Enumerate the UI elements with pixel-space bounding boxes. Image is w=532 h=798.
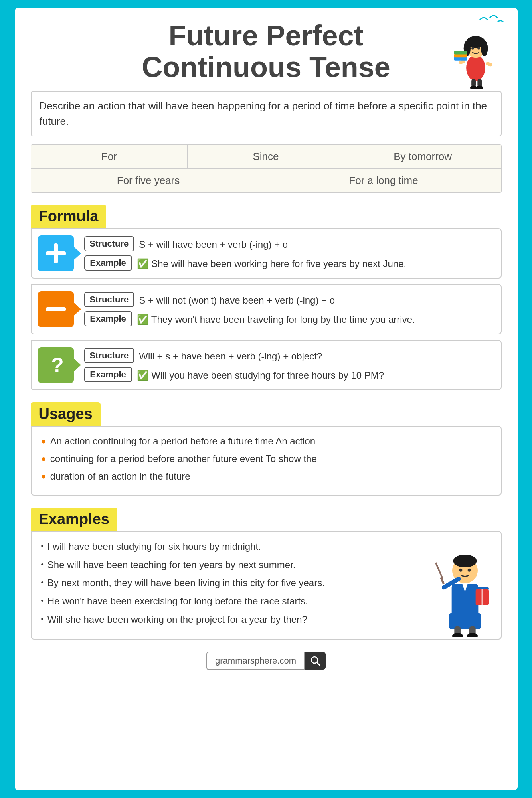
question-example-text: ✅ Will you have been studying for three … — [137, 367, 384, 382]
example-item-3: • By next month, they will have been liv… — [41, 576, 491, 590]
time-words-grid: For Since By tomorrow For five years For… — [31, 144, 502, 193]
positive-example-label: Example — [84, 255, 132, 271]
positive-formula-content: Structure S + will have been + verb (-in… — [84, 236, 494, 271]
svg-point-24 — [467, 569, 471, 572]
check-icon-q: ✅ — [137, 370, 152, 381]
svg-point-10 — [476, 86, 483, 90]
example-text-3: By next month, they will have been livin… — [47, 576, 325, 590]
check-icon: ✅ — [137, 258, 152, 269]
bullet-4: • — [41, 596, 44, 606]
examples-section: Examples • I will have been studying for… — [31, 508, 502, 640]
negative-example-row: Example ✅ They won't have been traveling… — [84, 311, 494, 326]
negative-formula-content: Structure S + will not (won't) have been… — [84, 292, 494, 326]
time-word-long-time: For a long time — [266, 169, 501, 192]
formula-section: Formula Structure S + will have been + v… — [31, 205, 502, 390]
title-area: Future Perfect Continuous Tense — [31, 20, 502, 83]
svg-point-0 — [466, 55, 485, 81]
negative-structure-text: S + will not (won't) have been + verb (-… — [139, 292, 335, 307]
positive-example-text: ✅ She will have been working here for fi… — [137, 255, 407, 271]
usage-item-1: ● An action continuing for a period befo… — [41, 435, 491, 448]
svg-point-33 — [452, 633, 463, 637]
footer: grammarsphere.com — [31, 652, 502, 670]
usage-dot-2: ● — [41, 453, 46, 465]
svg-point-22 — [453, 555, 477, 567]
usage-item-2: ● continuing for a period before another… — [41, 452, 491, 466]
question-formula-block: ? Structure Will + s + have been + verb … — [31, 340, 502, 390]
example-text-4: He won't have been exercising for long b… — [47, 595, 308, 608]
time-word-for: For — [31, 145, 188, 168]
positive-structure-label: Structure — [84, 236, 134, 251]
bullet-5: • — [41, 614, 44, 624]
example-item-5: • Will she have been working on the proj… — [41, 613, 491, 626]
svg-rect-13 — [454, 57, 467, 61]
svg-rect-17 — [46, 251, 66, 255]
positive-example-row: Example ✅ She will have been working her… — [84, 255, 494, 271]
svg-rect-15 — [454, 51, 467, 55]
positive-structure-row: Structure S + will have been + verb (-in… — [84, 236, 494, 251]
svg-rect-14 — [454, 54, 467, 58]
time-word-since: Since — [188, 145, 344, 168]
bullet-2: • — [41, 560, 44, 570]
svg-rect-30 — [449, 613, 481, 629]
positive-icon — [38, 235, 74, 271]
negative-formula-block: Structure S + will not (won't) have been… — [31, 284, 502, 334]
usage-text-2: continuing for a period before another f… — [50, 452, 317, 466]
negative-example-label: Example — [84, 311, 132, 326]
positive-formula-block: Structure S + will have been + verb (-in… — [31, 228, 502, 279]
svg-point-4 — [481, 41, 487, 56]
time-word-five-years: For five years — [31, 169, 266, 192]
usage-dot-1: ● — [41, 435, 46, 448]
examples-heading: Examples — [31, 508, 117, 531]
example-item-4: • He won't have been exercising for long… — [41, 595, 491, 608]
question-structure-row: Structure Will + s + have been + verb (-… — [84, 348, 494, 363]
positive-structure-text: S + will have been + verb (-ing) + o — [139, 236, 288, 251]
bullet-3: • — [41, 578, 44, 588]
formula-heading: Formula — [31, 205, 107, 228]
example-item-1: • I will have been studying for six hour… — [41, 540, 491, 553]
question-structure-label: Structure — [84, 348, 134, 363]
example-item-2: • She will have been teaching for ten ye… — [41, 558, 491, 572]
example-text-5: Will she have been working on the projec… — [47, 613, 307, 626]
svg-line-38 — [317, 662, 320, 665]
description-text: Describe an action that will have been h… — [40, 100, 487, 127]
examples-box: • I will have been studying for six hour… — [31, 531, 502, 640]
svg-line-28 — [435, 563, 442, 579]
negative-structure-label: Structure — [84, 292, 134, 307]
svg-point-5 — [471, 47, 474, 49]
example-text-1: I will have been studying for six hours … — [47, 540, 261, 553]
question-example-label: Example — [84, 367, 132, 382]
svg-point-34 — [467, 633, 478, 637]
example-text-2: She will have been teaching for ten year… — [47, 558, 296, 572]
usage-dot-3: ● — [41, 470, 46, 483]
description-box: Describe an action that will have been h… — [31, 91, 502, 136]
page-title: Future Perfect Continuous Tense — [31, 20, 502, 83]
negative-structure-row: Structure S + will not (won't) have been… — [84, 292, 494, 307]
svg-point-6 — [477, 47, 480, 49]
check-icon-neg: ✅ — [137, 314, 151, 325]
bullet-1: • — [41, 541, 44, 551]
usage-text-1: An action continuing for a period before… — [50, 435, 315, 448]
svg-text:?: ? — [51, 354, 64, 377]
negative-icon — [38, 291, 74, 327]
usage-item-3: ● duration of an action in the future — [41, 470, 491, 483]
teacher-illustration — [433, 531, 497, 639]
footer-url: grammarsphere.com — [206, 652, 305, 670]
usage-text-3: duration of an action in the future — [50, 470, 190, 483]
question-structure-text: Will + s + have been + verb (-ing) + obj… — [139, 348, 322, 363]
negative-example-text: ✅ They won't have been traveling for lon… — [137, 311, 415, 326]
svg-rect-12 — [485, 61, 492, 67]
usages-section: Usages ● An action continuing for a peri… — [31, 402, 502, 496]
question-formula-content: Structure Will + s + have been + verb (-… — [84, 348, 494, 382]
svg-rect-18 — [46, 307, 66, 311]
svg-point-23 — [459, 569, 462, 572]
svg-point-9 — [470, 86, 477, 90]
footer-search-icon[interactable] — [305, 652, 326, 670]
time-word-by-tomorrow: By tomorrow — [344, 145, 501, 168]
question-icon: ? — [38, 347, 74, 383]
girl-illustration — [450, 20, 502, 91]
question-example-row: Example ✅ Will you have been studying fo… — [84, 367, 494, 382]
usages-box: ● An action continuing for a period befo… — [31, 426, 502, 496]
usages-heading: Usages — [31, 402, 101, 426]
